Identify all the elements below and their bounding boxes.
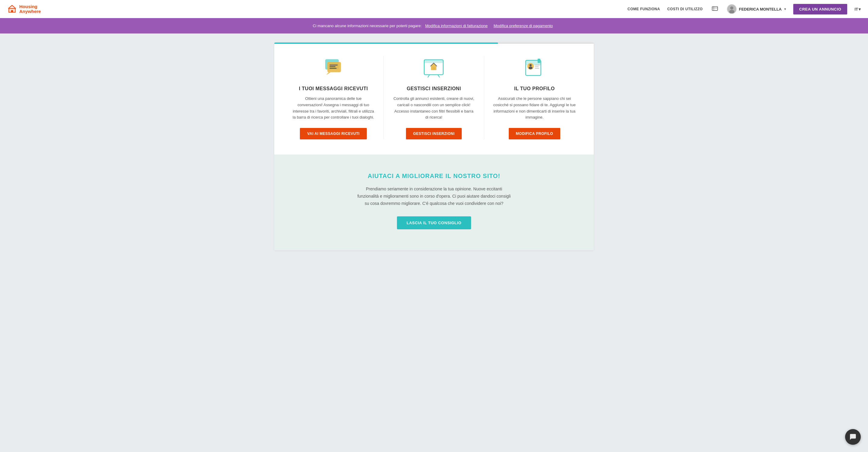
listings-button[interactable]: GESTISCI INSERZIONI bbox=[406, 128, 462, 139]
listings-title: GESTISCI INSERZIONI bbox=[407, 86, 461, 91]
svg-line-20 bbox=[428, 75, 430, 78]
svg-point-25 bbox=[530, 64, 532, 66]
svg-rect-4 bbox=[712, 7, 718, 10]
feedback-title: AIUTACI A MIGLIORARE IL NOSTRO SITO! bbox=[283, 173, 585, 179]
svg-point-8 bbox=[730, 6, 733, 10]
svg-rect-28 bbox=[535, 66, 539, 67]
user-menu[interactable]: FEDERICA MONTELLA ▾ bbox=[727, 4, 786, 14]
messages-icon bbox=[321, 56, 345, 80]
profile-icon-area bbox=[522, 56, 547, 80]
avatar bbox=[727, 4, 737, 14]
svg-rect-3 bbox=[11, 10, 13, 12]
svg-rect-14 bbox=[330, 68, 337, 69]
messages-button[interactable]: VAI AI MESSAGGI RICEVUTI bbox=[300, 128, 367, 139]
svg-line-21 bbox=[438, 75, 440, 78]
feedback-button[interactable]: LASCIA IL TUO CONSIGLIO bbox=[397, 216, 471, 229]
white-card: I TUOI MESSAGGI RICEVUTI Ottieni una pan… bbox=[274, 43, 594, 250]
costs-link[interactable]: COSTI DI UTILIZZO bbox=[667, 7, 703, 11]
brand-name-line2: Anywhere bbox=[19, 9, 41, 14]
brand-name-line1: Housing bbox=[19, 4, 41, 9]
billing-info-link[interactable]: Modifica informazioni di fatturazione bbox=[425, 24, 488, 28]
how-it-works-link[interactable]: COME FUNZIONA bbox=[627, 7, 660, 11]
listings-icon bbox=[422, 56, 446, 80]
svg-rect-19 bbox=[433, 67, 435, 70]
svg-rect-27 bbox=[535, 64, 540, 65]
feedback-desc: Prendiamo seriamente in considerazione l… bbox=[355, 186, 513, 207]
payment-prefs-link[interactable]: Modifica preferenze di pagamento bbox=[494, 24, 553, 28]
svg-rect-13 bbox=[330, 66, 336, 67]
chat-fab-icon bbox=[849, 433, 857, 441]
chat-icon bbox=[712, 6, 718, 12]
messages-desc: Ottieni una panoramica delle tue convers… bbox=[292, 96, 374, 121]
logo-icon bbox=[7, 4, 17, 14]
profile-feature: IL TUO PROFILO Assicurati che le persone… bbox=[484, 56, 585, 139]
profile-desc: Assicurati che le persone sappiano chi s… bbox=[493, 96, 576, 121]
messages-feature: I TUOI MESSAGGI RICEVUTI Ottieni una pan… bbox=[283, 56, 384, 139]
svg-rect-29 bbox=[535, 68, 539, 69]
info-banner: Ci mancano alcune informazioni necessari… bbox=[0, 18, 868, 33]
listings-feature: GESTISCI INSERZIONI Controlla gli annunc… bbox=[384, 56, 484, 139]
svg-rect-12 bbox=[330, 64, 338, 65]
main-container: I TUOI MESSAGGI RICEVUTI Ottieni una pan… bbox=[268, 43, 600, 250]
svg-marker-15 bbox=[327, 72, 331, 75]
messages-title: I TUOI MESSAGGI RICEVUTI bbox=[299, 86, 368, 91]
lang-chevron-icon: ▾ bbox=[859, 7, 861, 11]
features-grid: I TUOI MESSAGGI RICEVUTI Ottieni una pan… bbox=[274, 44, 594, 154]
profile-title: IL TUO PROFILO bbox=[514, 86, 555, 91]
navbar: Housing Anywhere COME FUNZIONA COSTI DI … bbox=[0, 0, 868, 18]
user-name-label: FEDERICA MONTELLA bbox=[739, 7, 782, 11]
logo-area[interactable]: Housing Anywhere bbox=[7, 4, 41, 14]
chat-icon-btn[interactable] bbox=[710, 4, 720, 14]
language-selector[interactable]: IT ▾ bbox=[855, 7, 861, 11]
listings-desc: Controlla gli annunci esistenti, creane … bbox=[393, 96, 475, 121]
avatar-image bbox=[727, 5, 736, 13]
chevron-down-icon: ▾ bbox=[784, 7, 786, 11]
svg-point-26 bbox=[529, 67, 532, 69]
svg-rect-30 bbox=[538, 59, 540, 63]
svg-rect-17 bbox=[424, 60, 443, 63]
profile-button[interactable]: MODIFICA PROFILO bbox=[509, 128, 561, 139]
logo-text: Housing Anywhere bbox=[19, 4, 41, 14]
banner-text: Ci mancano alcune informazioni necessari… bbox=[313, 24, 422, 28]
chat-fab-button[interactable] bbox=[845, 429, 861, 445]
crea-annuncio-button[interactable]: CREA UN ANNUNCIO bbox=[793, 4, 847, 15]
feedback-section: AIUTACI A MIGLIORARE IL NOSTRO SITO! Pre… bbox=[274, 154, 594, 250]
navbar-right: COME FUNZIONA COSTI DI UTILIZZO FEDERICA… bbox=[627, 4, 861, 15]
